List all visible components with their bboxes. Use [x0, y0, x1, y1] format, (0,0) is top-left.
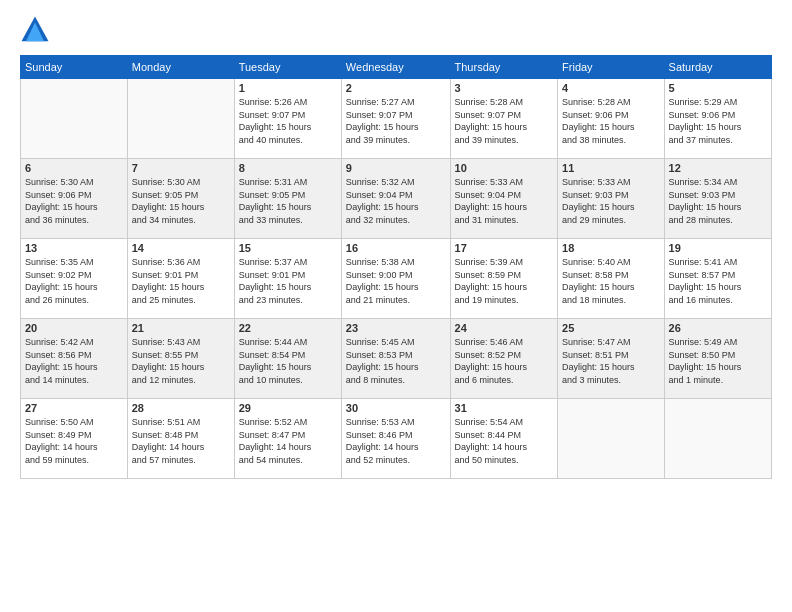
day-info: Sunrise: 5:35 AM Sunset: 9:02 PM Dayligh…: [25, 256, 123, 306]
day-number: 28: [132, 402, 230, 414]
calendar-cell: 26Sunrise: 5:49 AM Sunset: 8:50 PM Dayli…: [664, 319, 771, 399]
day-info: Sunrise: 5:42 AM Sunset: 8:56 PM Dayligh…: [25, 336, 123, 386]
week-row-5: 27Sunrise: 5:50 AM Sunset: 8:49 PM Dayli…: [21, 399, 772, 479]
calendar-cell: 22Sunrise: 5:44 AM Sunset: 8:54 PM Dayli…: [234, 319, 341, 399]
calendar-cell: 17Sunrise: 5:39 AM Sunset: 8:59 PM Dayli…: [450, 239, 558, 319]
day-number: 27: [25, 402, 123, 414]
calendar-cell: 14Sunrise: 5:36 AM Sunset: 9:01 PM Dayli…: [127, 239, 234, 319]
day-info: Sunrise: 5:49 AM Sunset: 8:50 PM Dayligh…: [669, 336, 767, 386]
calendar-cell: 11Sunrise: 5:33 AM Sunset: 9:03 PM Dayli…: [558, 159, 665, 239]
calendar-cell: 19Sunrise: 5:41 AM Sunset: 8:57 PM Dayli…: [664, 239, 771, 319]
calendar-cell: 3Sunrise: 5:28 AM Sunset: 9:07 PM Daylig…: [450, 79, 558, 159]
day-number: 5: [669, 82, 767, 94]
day-info: Sunrise: 5:28 AM Sunset: 9:07 PM Dayligh…: [455, 96, 554, 146]
day-info: Sunrise: 5:32 AM Sunset: 9:04 PM Dayligh…: [346, 176, 446, 226]
day-number: 13: [25, 242, 123, 254]
day-number: 16: [346, 242, 446, 254]
day-number: 3: [455, 82, 554, 94]
calendar-cell: 30Sunrise: 5:53 AM Sunset: 8:46 PM Dayli…: [341, 399, 450, 479]
calendar-cell: 21Sunrise: 5:43 AM Sunset: 8:55 PM Dayli…: [127, 319, 234, 399]
day-number: 1: [239, 82, 337, 94]
weekday-header-sunday: Sunday: [21, 56, 128, 79]
day-number: 4: [562, 82, 660, 94]
day-info: Sunrise: 5:41 AM Sunset: 8:57 PM Dayligh…: [669, 256, 767, 306]
day-info: Sunrise: 5:27 AM Sunset: 9:07 PM Dayligh…: [346, 96, 446, 146]
calendar-cell: 16Sunrise: 5:38 AM Sunset: 9:00 PM Dayli…: [341, 239, 450, 319]
day-info: Sunrise: 5:45 AM Sunset: 8:53 PM Dayligh…: [346, 336, 446, 386]
calendar-cell: 4Sunrise: 5:28 AM Sunset: 9:06 PM Daylig…: [558, 79, 665, 159]
day-info: Sunrise: 5:52 AM Sunset: 8:47 PM Dayligh…: [239, 416, 337, 466]
day-number: 20: [25, 322, 123, 334]
day-number: 22: [239, 322, 337, 334]
header: [20, 15, 772, 45]
day-info: Sunrise: 5:44 AM Sunset: 8:54 PM Dayligh…: [239, 336, 337, 386]
day-info: Sunrise: 5:40 AM Sunset: 8:58 PM Dayligh…: [562, 256, 660, 306]
day-number: 18: [562, 242, 660, 254]
calendar-cell: 18Sunrise: 5:40 AM Sunset: 8:58 PM Dayli…: [558, 239, 665, 319]
week-row-4: 20Sunrise: 5:42 AM Sunset: 8:56 PM Dayli…: [21, 319, 772, 399]
day-number: 26: [669, 322, 767, 334]
day-info: Sunrise: 5:39 AM Sunset: 8:59 PM Dayligh…: [455, 256, 554, 306]
day-number: 24: [455, 322, 554, 334]
calendar-cell: 6Sunrise: 5:30 AM Sunset: 9:06 PM Daylig…: [21, 159, 128, 239]
calendar-cell: 2Sunrise: 5:27 AM Sunset: 9:07 PM Daylig…: [341, 79, 450, 159]
calendar-cell: 12Sunrise: 5:34 AM Sunset: 9:03 PM Dayli…: [664, 159, 771, 239]
weekday-header-wednesday: Wednesday: [341, 56, 450, 79]
calendar-cell: 23Sunrise: 5:45 AM Sunset: 8:53 PM Dayli…: [341, 319, 450, 399]
calendar-cell: 9Sunrise: 5:32 AM Sunset: 9:04 PM Daylig…: [341, 159, 450, 239]
calendar-cell: 1Sunrise: 5:26 AM Sunset: 9:07 PM Daylig…: [234, 79, 341, 159]
day-info: Sunrise: 5:50 AM Sunset: 8:49 PM Dayligh…: [25, 416, 123, 466]
calendar-cell: 27Sunrise: 5:50 AM Sunset: 8:49 PM Dayli…: [21, 399, 128, 479]
week-row-2: 6Sunrise: 5:30 AM Sunset: 9:06 PM Daylig…: [21, 159, 772, 239]
day-info: Sunrise: 5:43 AM Sunset: 8:55 PM Dayligh…: [132, 336, 230, 386]
calendar-cell: 31Sunrise: 5:54 AM Sunset: 8:44 PM Dayli…: [450, 399, 558, 479]
day-info: Sunrise: 5:37 AM Sunset: 9:01 PM Dayligh…: [239, 256, 337, 306]
day-number: 8: [239, 162, 337, 174]
day-number: 9: [346, 162, 446, 174]
day-info: Sunrise: 5:31 AM Sunset: 9:05 PM Dayligh…: [239, 176, 337, 226]
weekday-header-tuesday: Tuesday: [234, 56, 341, 79]
week-row-3: 13Sunrise: 5:35 AM Sunset: 9:02 PM Dayli…: [21, 239, 772, 319]
day-info: Sunrise: 5:30 AM Sunset: 9:06 PM Dayligh…: [25, 176, 123, 226]
calendar-cell: 8Sunrise: 5:31 AM Sunset: 9:05 PM Daylig…: [234, 159, 341, 239]
logo: [20, 15, 54, 45]
calendar-cell: 20Sunrise: 5:42 AM Sunset: 8:56 PM Dayli…: [21, 319, 128, 399]
day-number: 21: [132, 322, 230, 334]
day-info: Sunrise: 5:33 AM Sunset: 9:04 PM Dayligh…: [455, 176, 554, 226]
calendar-cell: 24Sunrise: 5:46 AM Sunset: 8:52 PM Dayli…: [450, 319, 558, 399]
day-info: Sunrise: 5:54 AM Sunset: 8:44 PM Dayligh…: [455, 416, 554, 466]
day-info: Sunrise: 5:34 AM Sunset: 9:03 PM Dayligh…: [669, 176, 767, 226]
day-number: 17: [455, 242, 554, 254]
day-number: 30: [346, 402, 446, 414]
weekday-header-monday: Monday: [127, 56, 234, 79]
day-number: 12: [669, 162, 767, 174]
day-info: Sunrise: 5:36 AM Sunset: 9:01 PM Dayligh…: [132, 256, 230, 306]
day-info: Sunrise: 5:53 AM Sunset: 8:46 PM Dayligh…: [346, 416, 446, 466]
day-info: Sunrise: 5:47 AM Sunset: 8:51 PM Dayligh…: [562, 336, 660, 386]
day-info: Sunrise: 5:38 AM Sunset: 9:00 PM Dayligh…: [346, 256, 446, 306]
day-number: 2: [346, 82, 446, 94]
day-info: Sunrise: 5:46 AM Sunset: 8:52 PM Dayligh…: [455, 336, 554, 386]
calendar-cell: 5Sunrise: 5:29 AM Sunset: 9:06 PM Daylig…: [664, 79, 771, 159]
day-number: 7: [132, 162, 230, 174]
calendar-table: SundayMondayTuesdayWednesdayThursdayFrid…: [20, 55, 772, 479]
day-info: Sunrise: 5:51 AM Sunset: 8:48 PM Dayligh…: [132, 416, 230, 466]
calendar-cell: 15Sunrise: 5:37 AM Sunset: 9:01 PM Dayli…: [234, 239, 341, 319]
calendar-cell: 10Sunrise: 5:33 AM Sunset: 9:04 PM Dayli…: [450, 159, 558, 239]
calendar-cell: 13Sunrise: 5:35 AM Sunset: 9:02 PM Dayli…: [21, 239, 128, 319]
weekday-header-saturday: Saturday: [664, 56, 771, 79]
calendar-cell: [21, 79, 128, 159]
day-number: 14: [132, 242, 230, 254]
calendar-cell: 28Sunrise: 5:51 AM Sunset: 8:48 PM Dayli…: [127, 399, 234, 479]
day-number: 25: [562, 322, 660, 334]
calendar-cell: [127, 79, 234, 159]
logo-icon: [20, 15, 50, 45]
day-info: Sunrise: 5:26 AM Sunset: 9:07 PM Dayligh…: [239, 96, 337, 146]
day-number: 23: [346, 322, 446, 334]
weekday-header-friday: Friday: [558, 56, 665, 79]
week-row-1: 1Sunrise: 5:26 AM Sunset: 9:07 PM Daylig…: [21, 79, 772, 159]
calendar-page: SundayMondayTuesdayWednesdayThursdayFrid…: [0, 0, 792, 612]
day-number: 11: [562, 162, 660, 174]
day-number: 31: [455, 402, 554, 414]
day-number: 29: [239, 402, 337, 414]
